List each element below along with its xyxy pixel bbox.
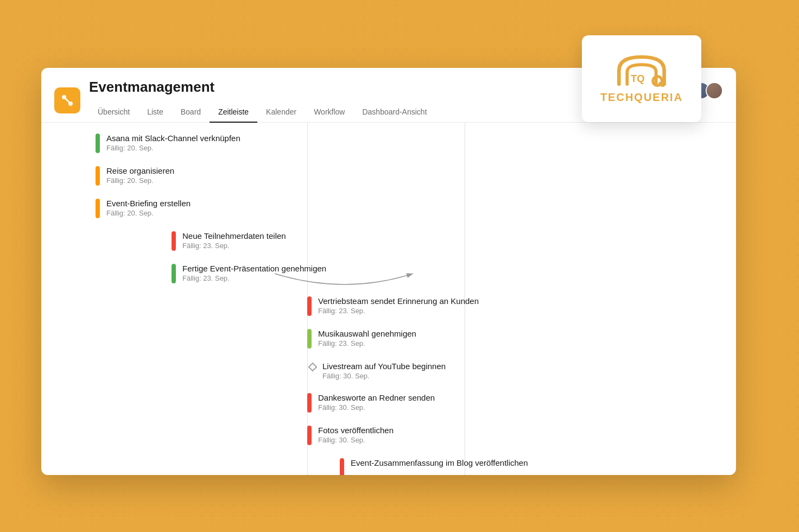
task-due: Fällig: 23. Sep. bbox=[318, 307, 714, 315]
task-indicator-green bbox=[96, 134, 100, 153]
task-due: Fällig: 20. Sep. bbox=[106, 144, 714, 152]
task-indicator-orange bbox=[96, 199, 100, 218]
task-due: Fällig: 30. Sep. bbox=[322, 372, 714, 380]
app-icon bbox=[54, 87, 80, 113]
tab-board[interactable]: Board bbox=[172, 102, 210, 123]
task-indicator-red bbox=[340, 458, 344, 475]
task-due: Fällig: 20. Sep. bbox=[106, 176, 714, 185]
task-content: Event-Briefing erstellen Fällig: 20. Sep… bbox=[106, 199, 714, 217]
tq-logo-card: TQ TECHQUERIA bbox=[582, 35, 701, 122]
project-title: Eventmanagement bbox=[89, 79, 214, 96]
task-item: Dankesworte an Redner senden Fällig: 30.… bbox=[307, 393, 714, 413]
task-name: Event-Zusammenfassung im Blog veröffentl… bbox=[351, 458, 714, 467]
task-item: Asana mit Slack-Channel verknüpfen Fälli… bbox=[96, 134, 714, 153]
task-content: Dankesworte an Redner senden Fällig: 30.… bbox=[318, 393, 714, 411]
task-name: Asana mit Slack-Channel verknüpfen bbox=[106, 134, 714, 143]
task-content: Event-Zusammenfassung im Blog veröffentl… bbox=[351, 458, 714, 468]
task-name: Reise organisieren bbox=[106, 166, 714, 175]
task-indicator-red bbox=[307, 426, 312, 445]
task-indicator-red bbox=[307, 296, 312, 316]
diamond-indicator bbox=[307, 362, 318, 370]
task-name: Dankesworte an Redner senden bbox=[318, 393, 714, 402]
task-indicator-orange bbox=[96, 166, 100, 186]
task-name: Livestream auf YouTube beginnen bbox=[322, 362, 714, 371]
tq-brand-text: TECHQUERIA bbox=[600, 91, 683, 104]
task-due: Fällig: 23. Sep. bbox=[318, 339, 714, 347]
task-due: Fällig: 23. Sep. bbox=[182, 274, 714, 282]
task-content: Musikauswahl genehmigen Fällig: 23. Sep. bbox=[318, 329, 714, 347]
svg-text:TQ: TQ bbox=[631, 72, 644, 84]
tq-arch-svg: TQ bbox=[614, 54, 669, 87]
task-item: Neue Teilnehmerdaten teilen Fällig: 23. … bbox=[172, 231, 714, 251]
task-name: Fotos veröffentlichen bbox=[318, 426, 714, 435]
task-due: Fällig: 30. Sep. bbox=[318, 403, 714, 411]
tab-kalender[interactable]: Kalender bbox=[257, 102, 305, 123]
task-name: Event-Briefing erstellen bbox=[106, 199, 714, 208]
task-content: Neue Teilnehmerdaten teilen Fällig: 23. … bbox=[182, 231, 714, 250]
task-indicator-green bbox=[172, 264, 176, 283]
tab-liste[interactable]: Liste bbox=[138, 102, 172, 123]
task-item: Event-Briefing erstellen Fällig: 20. Sep… bbox=[96, 199, 714, 218]
task-name: Musikauswahl genehmigen bbox=[318, 329, 714, 338]
task-item: Livestream auf YouTube beginnen Fällig: … bbox=[307, 362, 714, 380]
task-content: Vertriebsteam sendet Erinnerung an Kunde… bbox=[318, 296, 714, 315]
task-content: Fertige Event-Präsentation genehmigen Fä… bbox=[182, 264, 714, 282]
main-window: Eventmanagement bbox=[41, 68, 736, 475]
task-name: Neue Teilnehmerdaten teilen bbox=[182, 231, 714, 240]
task-item: Fotos veröffentlichen Fällig: 30. Sep. bbox=[307, 426, 714, 445]
task-name: Fertige Event-Präsentation genehmigen bbox=[182, 264, 714, 273]
tab-zeitleiste[interactable]: Zeitleiste bbox=[210, 102, 257, 123]
task-indicator-light-green bbox=[307, 329, 312, 349]
timeline-content: Asana mit Slack-Channel verknüpfen Fälli… bbox=[41, 123, 736, 475]
task-indicator-red bbox=[307, 393, 312, 413]
task-indicator-red bbox=[172, 231, 176, 251]
task-item: Reise organisieren Fällig: 20. Sep. bbox=[96, 166, 714, 186]
task-content: Fotos veröffentlichen Fällig: 30. Sep. bbox=[318, 426, 714, 444]
task-content: Asana mit Slack-Channel verknüpfen Fälli… bbox=[106, 134, 714, 152]
tab-workflow[interactable]: Workflow bbox=[305, 102, 353, 123]
task-name: Vertriebsteam sendet Erinnerung an Kunde… bbox=[318, 296, 714, 306]
task-due: Fällig: 30. Sep. bbox=[318, 436, 714, 444]
diamond-shape bbox=[308, 363, 318, 372]
task-item: Musikauswahl genehmigen Fällig: 23. Sep. bbox=[307, 329, 714, 349]
tab-ubersicht[interactable]: Übersicht bbox=[89, 102, 138, 123]
task-content: Reise organisieren Fällig: 20. Sep. bbox=[106, 166, 714, 185]
task-content: Livestream auf YouTube beginnen Fällig: … bbox=[322, 362, 714, 380]
task-item: Vertriebsteam sendet Erinnerung an Kunde… bbox=[307, 296, 714, 316]
task-item: Event-Zusammenfassung im Blog veröffentl… bbox=[340, 458, 714, 475]
avatar-5 bbox=[706, 82, 723, 99]
tab-dashboard[interactable]: Dashboard-Ansicht bbox=[353, 102, 435, 123]
task-due: Fällig: 23. Sep. bbox=[182, 242, 714, 250]
task-due: Fällig: 20. Sep. bbox=[106, 209, 714, 217]
svg-line-2 bbox=[65, 98, 69, 103]
task-item: Fertige Event-Präsentation genehmigen Fä… bbox=[172, 264, 714, 283]
